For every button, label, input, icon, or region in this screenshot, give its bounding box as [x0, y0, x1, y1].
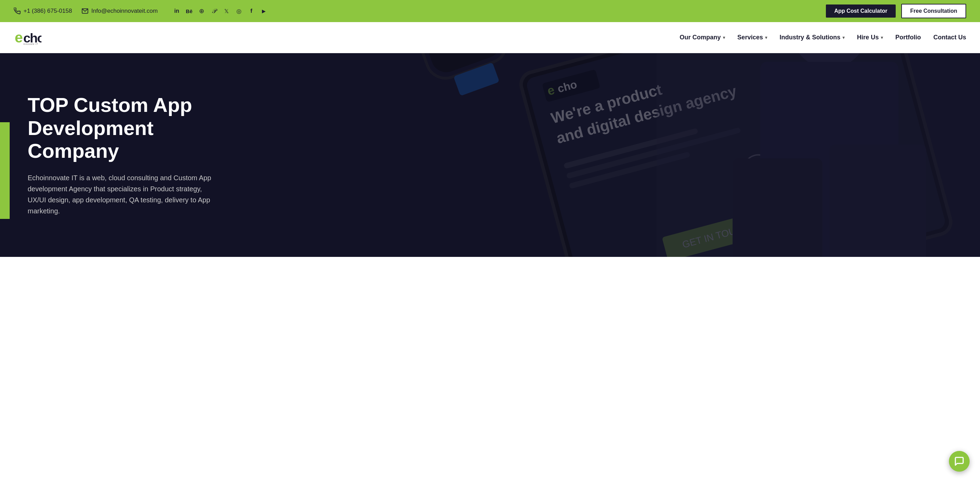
bottom-section-hint	[0, 257, 980, 277]
chevron-down-icon: ▾	[765, 35, 767, 40]
chevron-down-icon: ▾	[842, 35, 845, 40]
nav-industry-label: Industry & Solutions	[780, 34, 840, 41]
hero-description: Echoinnovate IT is a web, cloud consulti…	[28, 172, 221, 217]
hero-content: TOP Custom App Development Company Echoi…	[0, 94, 242, 217]
top-bar-right: App Cost Calculator Free Consultation	[826, 4, 966, 18]
nav-portfolio[interactable]: Portfolio	[895, 34, 921, 41]
dribbble-icon[interactable]: ⊕	[198, 7, 205, 15]
email-link[interactable]: Info@echoinnovateit.com	[81, 8, 158, 14]
hero-title: TOP Custom App Development Company	[28, 94, 242, 163]
twitter-icon[interactable]: 𝕏	[223, 7, 230, 15]
nav-links: Our Company ▾ Services ▾ Industry & Solu…	[62, 34, 966, 41]
nav-portfolio-label: Portfolio	[895, 34, 921, 41]
hero-section: We're a product and digital design agenc…	[0, 53, 980, 257]
nav-hire-us[interactable]: Hire Us ▾	[857, 34, 883, 41]
linkedin-icon[interactable]: in	[173, 7, 180, 15]
svg-text:e: e	[15, 29, 23, 45]
email-icon	[81, 8, 89, 14]
free-consultation-button[interactable]: Free Consultation	[901, 4, 966, 18]
top-bar: +1 (386) 675-0158 Info@echoinnovateit.co…	[0, 0, 980, 22]
youtube-icon[interactable]: ▶	[260, 7, 267, 15]
behance-icon[interactable]: Bē	[185, 7, 193, 15]
phone-icon	[14, 8, 21, 14]
logo-link[interactable]: e cho innovate IT	[14, 27, 41, 48]
email-address: Info@echoinnovateit.com	[91, 8, 158, 14]
app-cost-calculator-button[interactable]: App Cost Calculator	[826, 5, 896, 17]
nav-industry-solutions[interactable]: Industry & Solutions ▾	[780, 34, 845, 41]
chevron-down-icon: ▾	[723, 35, 725, 40]
pinterest-icon[interactable]: 𝒫	[210, 7, 218, 15]
logo-svg: e cho innovate IT	[14, 27, 41, 48]
nav-bar: e cho innovate IT Our Company ▾ Services…	[0, 22, 980, 53]
facebook-icon[interactable]: f	[247, 7, 255, 15]
nav-contact-us[interactable]: Contact Us	[933, 34, 966, 41]
nav-our-company-label: Our Company	[680, 34, 721, 41]
phone-number: +1 (386) 675-0158	[24, 8, 72, 14]
nav-our-company[interactable]: Our Company ▾	[680, 34, 725, 41]
nav-services[interactable]: Services ▾	[737, 34, 767, 41]
instagram-icon[interactable]: ◎	[235, 7, 243, 15]
chevron-down-icon: ▾	[881, 35, 883, 40]
nav-services-label: Services	[737, 34, 763, 41]
nav-hire-label: Hire Us	[857, 34, 879, 41]
phone-link[interactable]: +1 (386) 675-0158	[14, 8, 72, 14]
top-bar-left: +1 (386) 675-0158 Info@echoinnovateit.co…	[14, 7, 815, 15]
svg-text:innovate IT: innovate IT	[24, 43, 38, 45]
social-icons: in Bē ⊕ 𝒫 𝕏 ◎ f ▶	[173, 7, 267, 15]
nav-contact-label: Contact Us	[933, 34, 966, 41]
